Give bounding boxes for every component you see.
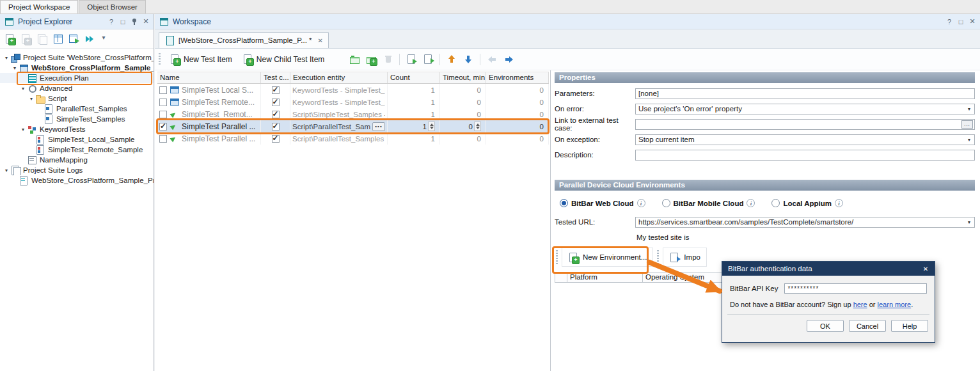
dialog-title-bar[interactable]: BitBar authentication data ✕ bbox=[722, 262, 935, 276]
app-tab-project-workspace[interactable]: Project Workspace bbox=[0, 0, 78, 13]
dropdown-arrow-icon[interactable]: ▾ bbox=[965, 219, 974, 225]
tree-item-project-suite-logs[interactable]: ▾Project Suite Logs bbox=[0, 165, 154, 175]
dropdown-arrow-icon[interactable]: ▾ bbox=[965, 137, 974, 143]
more-button[interactable]: ••• bbox=[372, 122, 385, 131]
collapse-expander-icon[interactable]: ▾ bbox=[19, 86, 27, 91]
move-right-button[interactable] bbox=[501, 52, 516, 67]
tree-item-webstore-crossplatform-sample-pr[interactable]: ▾WebStore_CrossPlatform_Sample_Pr bbox=[0, 63, 154, 73]
grid-column-timeout-min[interactable]: Timeout, min bbox=[440, 72, 486, 83]
test-case-checkbox[interactable] bbox=[272, 111, 280, 118]
env-column-platform[interactable]: Platform bbox=[567, 272, 643, 283]
tab-close-icon[interactable]: ✕ bbox=[318, 37, 323, 44]
add-existing-item-button[interactable] bbox=[18, 31, 33, 47]
tree-item-script[interactable]: ▾Script bbox=[0, 93, 154, 104]
collapse-expander-icon[interactable]: ▾ bbox=[11, 65, 19, 71]
run-project-button[interactable] bbox=[66, 31, 81, 47]
test-case-checkbox[interactable] bbox=[272, 123, 280, 130]
test-item-row[interactable]: SimpleTest Parallel ...Script\ParallelTe… bbox=[157, 120, 549, 132]
radio-bitbar-mobile-cloud[interactable]: BitBar Mobile Cloud bbox=[662, 199, 755, 207]
add-group-button[interactable] bbox=[363, 52, 379, 67]
grid-column-execution-entity[interactable]: Execution entity bbox=[290, 72, 388, 83]
test-item-row[interactable]: SimpleTest Local S...KeywordTests - Simp… bbox=[157, 84, 549, 96]
help-button[interactable]: ? bbox=[106, 17, 116, 27]
test-item-row[interactable]: SimpleTest Parallel ...Script\ParallelTe… bbox=[157, 132, 549, 145]
run-tests-button[interactable] bbox=[82, 31, 97, 47]
convert-to-script-button[interactable] bbox=[420, 52, 436, 67]
move-left-button[interactable] bbox=[484, 52, 500, 67]
tree-item-project-suite-webstore-crossplatform-samp[interactable]: ▾Project Suite 'WebStore_CrossPlatform_S… bbox=[0, 52, 154, 63]
radio-local-appium[interactable]: Local Appium bbox=[771, 199, 843, 207]
row-checkbox[interactable] bbox=[159, 123, 167, 130]
new-child-test-item-button[interactable]: New Child Test Item bbox=[238, 52, 329, 66]
move-down-button[interactable] bbox=[461, 52, 476, 67]
grid-column-test-c[interactable]: Test c... bbox=[261, 72, 290, 83]
pin-button[interactable] bbox=[129, 17, 139, 27]
info-icon[interactable] bbox=[835, 199, 843, 207]
collapse-expander-icon[interactable]: ▾ bbox=[3, 55, 10, 61]
document-tab[interactable]: [WebStore_CrossPlatform_Sample_P... * ✕ bbox=[159, 32, 329, 48]
tree-item-namemapping[interactable]: NameMapping bbox=[0, 155, 154, 165]
object-browser-button[interactable] bbox=[50, 31, 65, 47]
row-checkbox[interactable] bbox=[159, 135, 167, 143]
close-button[interactable]: ✕ bbox=[141, 17, 151, 27]
grid-column-environments[interactable]: Environments bbox=[486, 72, 549, 83]
on-exception-dropdown[interactable]: Stop current item▾ bbox=[635, 134, 975, 145]
move-up-button[interactable] bbox=[444, 52, 459, 67]
dropdown-arrow-icon[interactable]: ▾ bbox=[965, 106, 974, 112]
browse-button[interactable]: ... bbox=[961, 120, 973, 129]
ok-button[interactable]: OK bbox=[807, 320, 844, 332]
tree-item-simpletest-remote-sample[interactable]: SimpleTest_Remote_Sample bbox=[0, 145, 154, 155]
grid-column-count[interactable]: Count bbox=[388, 72, 440, 83]
count-spinner[interactable] bbox=[428, 122, 435, 131]
close-button[interactable]: ✕ bbox=[967, 17, 977, 27]
run-selected-button[interactable] bbox=[404, 52, 419, 67]
help-button[interactable]: ? bbox=[944, 17, 954, 27]
test-item-row[interactable]: SimpleTest_Remot...Script\SimpleTest_Sam… bbox=[157, 108, 549, 120]
test-case-checkbox[interactable] bbox=[272, 135, 280, 143]
delete-button[interactable] bbox=[380, 52, 395, 67]
new-test-item-button[interactable]: New Test Item bbox=[165, 52, 237, 66]
collapse-expander-icon[interactable]: ▾ bbox=[3, 168, 10, 173]
grid-column-name[interactable]: Name bbox=[157, 72, 261, 83]
tree-item-keywordtests[interactable]: ▾KeywordTests bbox=[0, 124, 154, 134]
tree-item-execution-plan[interactable]: Execution Plan bbox=[0, 73, 154, 83]
timeout-spinner[interactable] bbox=[474, 122, 481, 131]
add-test-item-button[interactable] bbox=[330, 52, 345, 67]
api-key-input[interactable]: ********** bbox=[784, 283, 927, 294]
row-checkbox[interactable] bbox=[159, 86, 167, 94]
description-field[interactable] bbox=[635, 150, 975, 161]
info-icon[interactable] bbox=[747, 199, 755, 207]
maximize-button[interactable]: □ bbox=[118, 17, 128, 27]
tree-item-simpletest-local-sample[interactable]: SimpleTest_Local_Sample bbox=[0, 134, 154, 145]
tree-item-paralleltest-samples[interactable]: ParallelTest_Samples bbox=[0, 104, 154, 114]
tree-item-simpletest-samples[interactable]: SimpleTest_Samples bbox=[0, 114, 154, 124]
new-group-button[interactable] bbox=[347, 52, 362, 67]
tree-item-advanced[interactable]: ▾Advanced bbox=[0, 83, 154, 93]
caret-down-button[interactable] bbox=[98, 31, 113, 47]
collapse-expander-icon[interactable]: ▾ bbox=[19, 127, 27, 132]
cancel-button[interactable]: Cancel bbox=[849, 320, 886, 332]
maximize-button[interactable]: □ bbox=[956, 17, 966, 27]
tree-item-webstore-crossplatform-sample-project[interactable]: WebStore_CrossPlatform_Sample_Project bbox=[0, 175, 154, 186]
add-copy-button[interactable] bbox=[34, 31, 49, 47]
row-checkbox[interactable] bbox=[159, 99, 167, 106]
parameters-field[interactable]: [none] bbox=[635, 88, 975, 99]
tested-url-dropdown[interactable]: https://services.smartbear.com/samples/T… bbox=[635, 217, 975, 228]
signup-here-link[interactable]: here bbox=[853, 301, 867, 308]
test-case-checkbox[interactable] bbox=[272, 99, 280, 106]
radio-bitbar-web-cloud[interactable]: BitBar Web Cloud bbox=[560, 199, 645, 207]
row-checkbox[interactable] bbox=[159, 111, 167, 118]
app-tab-object-browser[interactable]: Object Browser bbox=[79, 0, 146, 13]
add-new-item-button[interactable] bbox=[2, 31, 17, 47]
dialog-close-icon[interactable]: ✕ bbox=[921, 264, 931, 273]
learn-more-link[interactable]: learn more bbox=[878, 301, 912, 308]
new-environment-button[interactable]: New Environment... bbox=[562, 248, 653, 267]
on-error-dropdown[interactable]: Use project's 'On error' property▾ bbox=[635, 104, 975, 114]
test-case-checkbox[interactable] bbox=[272, 86, 280, 94]
info-icon[interactable] bbox=[637, 199, 645, 207]
test-item-row[interactable]: SimpleTest Remote...KeywordTests - Simpl… bbox=[157, 96, 549, 108]
import-button[interactable]: Impo bbox=[663, 248, 707, 267]
link-to-external-test-case-field[interactable]: ... bbox=[635, 119, 975, 130]
help-button[interactable]: Help bbox=[891, 320, 928, 332]
collapse-expander-icon[interactable]: ▾ bbox=[28, 96, 35, 102]
